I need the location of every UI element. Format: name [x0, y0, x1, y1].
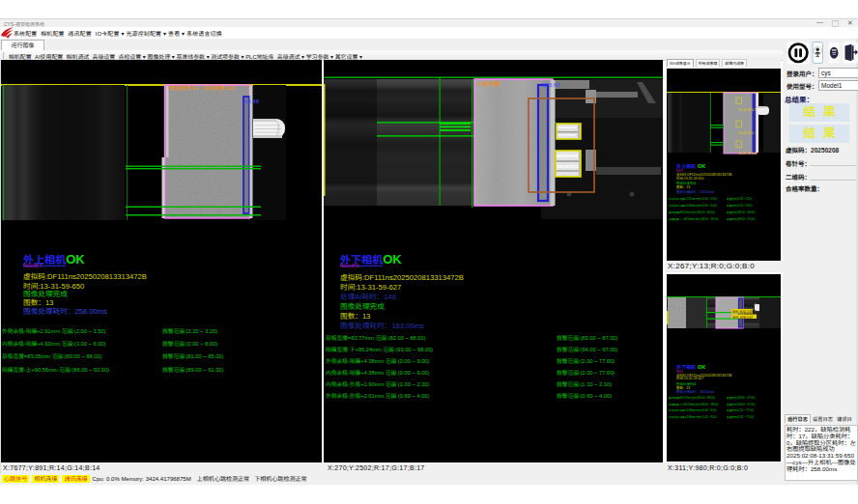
- svg-text:时间:13-31-59-627: 时间:13-31-59-627: [676, 377, 703, 380]
- svg-text:报警范围:(0.00 ~ 8.00): 报警范围:(0.00 ~ 8.00): [727, 204, 752, 208]
- svg-text:图数：13: 图数：13: [676, 185, 690, 189]
- svg-text:13.05 W:1.1: 13.05 W:1.1: [738, 131, 757, 135]
- svg-text:图像处理耗时：258.00ms: 图像处理耗时：258.00ms: [676, 190, 714, 194]
- svg-text:内侧余极-隔膜+4.38mm 范围:(1.00 ~ 9.00: 内侧余极-隔膜+4.38mm 范围:(1.00 ~ 9.00): [669, 415, 717, 419]
- svg-text:报警范围:(2.20 ~ 3.20): 报警范围:(2.20 ~ 3.20): [727, 197, 752, 201]
- svg-text:报警范围:(94.00 ~ 97.00): 报警范围:(94.00 ~ 97.00): [727, 403, 755, 406]
- svg-text:缺陷-褶皱 0.67: 缺陷-褶皱 0.67: [732, 316, 753, 320]
- svg-text:OK: OK: [698, 163, 705, 169]
- svg-text:报警范围:(2.00 ~ 77.00): 报警范围:(2.00 ~ 77.00): [727, 408, 754, 412]
- svg-text:缺陷-极耳 0.83: 缺陷-极耳 0.83: [732, 310, 753, 314]
- svg-text:基极宽度=83.77mm 范围:(82.00 ~ 88.00: 基极宽度=83.77mm 范围:(82.00 ~ 88.00): [669, 396, 715, 400]
- svg-text:隔膜宽度-下+95.24mm 范围:(93.00 ~ 98.: 隔膜宽度-下+95.24mm 范围:(93.00 ~ 98.00): [669, 403, 718, 406]
- svg-text:AI检测框: AI检测框: [477, 80, 500, 87]
- svg-text:报警范围:(89.00 ~ 91.00): 报警范围:(89.00 ~ 91.00): [727, 217, 755, 221]
- svg-text:图像处理耗时：183.00ms: 图像处理耗时：183.00ms: [676, 390, 714, 394]
- svg-text:外侧余极-隔膜+2.91mm 范围:(2.00 ~ 3.50: 外侧余极-隔膜+2.91mm 范围:(2.00 ~ 3.50): [669, 197, 717, 201]
- svg-text:12.43 W:0.9: 12.43 W:0.9: [738, 108, 757, 112]
- svg-text:12.87 W:0.8: 12.87 W:0.8: [738, 152, 757, 155]
- svg-text:静态阈值:93，动态阈值:100: 静态阈值:93，动态阈值:100: [169, 85, 235, 91]
- svg-text:93.48: 93.48: [244, 98, 260, 104]
- svg-text:基极宽度=83.05mm 范围:(80.00 ~ 86.00: 基极宽度=83.05mm 范围:(80.00 ~ 86.00): [669, 210, 715, 214]
- svg-text:外侧余极-隔膜+4.38mm 范围:(0.00 ~ 9.00: 外侧余极-隔膜+4.38mm 范围:(0.00 ~ 9.00): [669, 408, 717, 412]
- svg-text:123.68: 123.68: [542, 82, 560, 88]
- svg-text:报警范围:(83.00 ~ 87.00): 报警范围:(83.00 ~ 87.00): [727, 396, 755, 400]
- svg-text:隔膜宽度-上+90.56mm 范围:(88.00 ~ 92.: 隔膜宽度-上+90.56mm 范围:(88.00 ~ 92.00): [669, 217, 718, 221]
- svg-text:报警范围:(81.00 ~ 85.00): 报警范围:(81.00 ~ 85.00): [727, 210, 755, 214]
- svg-text:图像处理完成: 图像处理完成: [676, 182, 697, 185]
- svg-text:内侧余极-隔膜+4.60mm 范围:(3.00 ~ 6.00: 内侧余极-隔膜+4.60mm 范围:(3.00 ~ 6.00): [669, 204, 717, 208]
- svg-text:虚拟码:DF111ns2025020813313472B: 虚拟码:DF111ns2025020813313472B: [676, 173, 732, 177]
- svg-text:时间:13-31-59-650: 时间:13-31-59-650: [676, 177, 703, 181]
- svg-text:OK: OK: [698, 364, 705, 370]
- svg-text:报警范围:(2.00 ~ 77.00): 报警范围:(2.00 ~ 77.00): [727, 415, 754, 419]
